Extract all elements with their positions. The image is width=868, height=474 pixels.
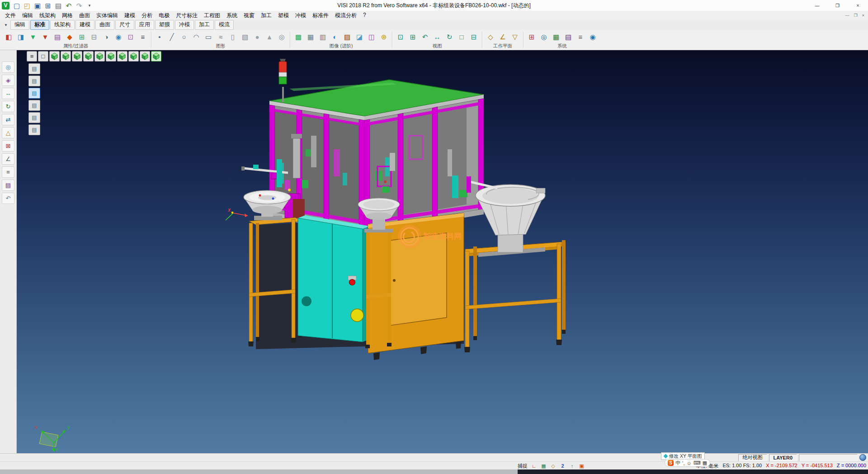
open-file-icon[interactable]: ◰ — [22, 1, 32, 10]
view-isometric-icon[interactable] — [49, 51, 60, 62]
delete-entity-icon[interactable]: ⊠ — [2, 140, 14, 152]
mirror-entity-icon[interactable]: ⇄ — [2, 114, 14, 125]
view-right-icon[interactable] — [106, 51, 116, 62]
history-icon[interactable]: ↶ — [2, 193, 14, 204]
section-view-icon[interactable]: ◫ — [366, 31, 377, 43]
active-layer-indicator[interactable]: LAYER0 — [769, 454, 797, 461]
view-front-icon[interactable] — [72, 51, 82, 62]
close-button[interactable]: × — [848, 0, 868, 11]
sphere-icon[interactable]: ● — [251, 31, 263, 43]
construction-mode-icon[interactable]: ◇ — [549, 462, 557, 470]
menu-item[interactable]: 实体编辑 — [93, 11, 121, 20]
menu-item[interactable]: 文件 — [2, 11, 19, 20]
tab-edit[interactable]: 编辑 — [10, 20, 29, 30]
rotate-view-icon[interactable]: ↻ — [443, 31, 455, 43]
palette-surface-icon[interactable]: ▤ — [28, 100, 40, 111]
entity-info-icon[interactable]: ≡ — [137, 31, 149, 43]
scale-entity-icon[interactable]: △ — [2, 127, 14, 138]
new-file-icon[interactable]: ▢ — [12, 1, 22, 10]
print-icon[interactable]: ▤ — [53, 1, 63, 10]
transparency-icon[interactable]: ◪ — [354, 31, 365, 43]
workplane-view-icon[interactable]: ▽ — [509, 31, 521, 43]
ime-toolbar[interactable]: S 中 ’, ☺ ⌨ ▦ — [665, 459, 710, 467]
wireframe-view-icon[interactable]: ▦ — [305, 31, 316, 43]
quick-filter-icon[interactable]: ◆ — [64, 31, 75, 43]
minimize-button[interactable]: — — [807, 0, 827, 11]
cyan-control-cabinet[interactable] — [298, 215, 370, 342]
layers-icon[interactable]: ▤ — [2, 180, 14, 191]
palette-select-icon[interactable]: ▤ — [28, 63, 40, 74]
menu-item[interactable]: 视窗 — [241, 11, 258, 20]
menu-item[interactable]: 电极 — [156, 11, 173, 20]
view-top-icon[interactable] — [61, 51, 71, 62]
view-back-icon[interactable] — [83, 51, 94, 62]
ime-toolbox-icon[interactable]: ▦ — [703, 460, 707, 466]
filter-color-icon[interactable]: ▼ — [39, 31, 51, 43]
menu-item[interactable]: 分析 — [138, 11, 156, 20]
filter-type-icon[interactable]: ▼ — [27, 31, 39, 43]
render-icon[interactable]: ◐ — [329, 31, 341, 43]
view-normal-icon[interactable]: □ — [456, 31, 467, 43]
palette-solid-icon[interactable]: ▤ — [28, 88, 40, 99]
tab-wireframe[interactable]: 线架构 — [50, 20, 75, 30]
quick-access-more-button[interactable]: ▼ — [86, 3, 93, 9]
package-manager-icon[interactable]: ▣ — [577, 462, 586, 470]
select-entity-icon[interactable]: ◎ — [2, 62, 14, 73]
block-icon[interactable]: ▧ — [239, 31, 251, 43]
select-all-icon[interactable]: ⊞ — [76, 31, 88, 43]
cylinder-icon[interactable]: ▯ — [227, 31, 239, 43]
system-colors-icon[interactable]: ⊞ — [526, 31, 538, 43]
tab-machining[interactable]: 加工 — [195, 20, 214, 30]
view-left-icon[interactable] — [94, 51, 105, 62]
zoom-previous-icon[interactable]: ↶ — [419, 31, 431, 43]
shaded-view-icon[interactable]: ▩ — [292, 31, 304, 43]
ime-emoji-icon[interactable]: ☺ — [687, 460, 692, 466]
tab-dimension[interactable]: 尺寸 — [115, 20, 134, 30]
save-icon[interactable]: ▣ — [33, 1, 42, 10]
tab-die[interactable]: 冲模 — [175, 20, 194, 30]
pan-view-icon[interactable]: ↔ — [431, 31, 443, 43]
tab-application[interactable]: 应用 — [135, 20, 154, 30]
edit-entity-icon[interactable]: ◈ — [2, 75, 14, 86]
world-settings-icon[interactable]: ◉ — [587, 31, 599, 43]
filter-layer-icon[interactable]: ▤ — [52, 31, 63, 43]
measure-icon[interactable]: ∠ — [2, 153, 14, 165]
menu-item[interactable]: 尺寸标注 — [173, 11, 201, 20]
palette-assembly-icon[interactable]: ▤ — [28, 112, 40, 123]
move-entity-icon[interactable]: ↔ — [2, 88, 14, 99]
titlebar[interactable]: V ▢ ◰ ▣ ⊞ ▤ ↶ ↷ ▼ VISI 2018 R2 from Vero… — [0, 0, 868, 11]
show-entities-icon[interactable]: ◉ — [113, 31, 124, 43]
ortho-mode-icon[interactable]: ∟ — [530, 462, 538, 470]
cone-icon[interactable]: ▲ — [264, 31, 275, 43]
workplane-standard-icon[interactable]: ◇ — [485, 31, 496, 43]
palette-drawing-icon[interactable]: ▤ — [28, 124, 40, 135]
hidden-line-icon[interactable]: ▥ — [317, 31, 329, 43]
viewport-3d[interactable]: x 智造资料网 x — [17, 50, 868, 453]
update-available-icon[interactable]: ↑ — [568, 462, 576, 470]
group-entities-icon[interactable]: ⊡ — [125, 31, 137, 43]
polyline-icon[interactable]: ≈ — [215, 31, 226, 43]
view-trimetric-icon[interactable] — [128, 51, 139, 62]
torus-icon[interactable]: ◎ — [276, 31, 288, 43]
menu-item[interactable]: 建模 — [121, 11, 138, 20]
multi-view-icon[interactable]: ⊟ — [468, 31, 480, 43]
annotate-icon[interactable]: ≡ — [2, 166, 14, 178]
redo-icon[interactable]: ↷ — [74, 1, 84, 10]
undo-icon[interactable]: ↶ — [64, 1, 74, 10]
menu-item[interactable]: 线架构 — [36, 11, 59, 20]
attribute-copy-icon[interactable]: ◨ — [15, 31, 27, 43]
menu-item[interactable]: 网格 — [59, 11, 76, 20]
ime-lang-toggle[interactable]: 中 — [675, 460, 680, 466]
sogou-logo-icon[interactable]: S — [668, 460, 674, 466]
maximize-button[interactable]: ❐ — [827, 0, 848, 11]
grid-mode-icon[interactable]: ▦ — [539, 462, 548, 470]
view-dynamic-rotation-icon[interactable] — [151, 51, 161, 62]
menu-item[interactable]: 编辑 — [19, 11, 36, 20]
tab-standard[interactable]: 标准 — [30, 20, 49, 30]
zoom-window-icon[interactable]: ⊞ — [407, 31, 419, 43]
point-icon[interactable]: • — [154, 31, 165, 43]
menu-item[interactable]: 工程图 — [201, 11, 223, 20]
palette-wireframe-icon[interactable]: ▤ — [28, 76, 40, 86]
light-settings-icon[interactable]: ⊛ — [378, 31, 390, 43]
right-frame-table[interactable] — [464, 240, 566, 352]
